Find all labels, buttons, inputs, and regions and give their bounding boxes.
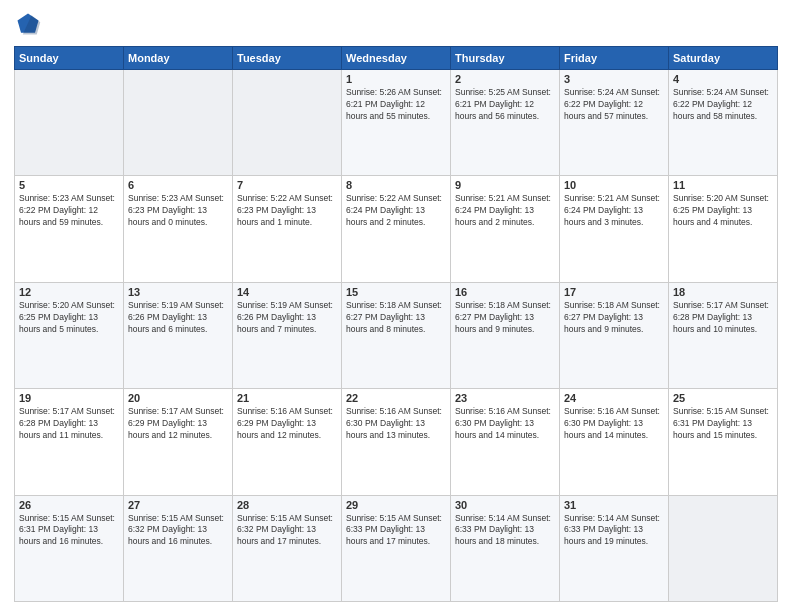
day-info: Sunrise: 5:18 AM Sunset: 6:27 PM Dayligh… (564, 300, 664, 336)
calendar-cell: 13Sunrise: 5:19 AM Sunset: 6:26 PM Dayli… (124, 282, 233, 388)
day-number: 5 (19, 179, 119, 191)
calendar-week-4: 19Sunrise: 5:17 AM Sunset: 6:28 PM Dayli… (15, 389, 778, 495)
day-number: 20 (128, 392, 228, 404)
logo (14, 10, 46, 38)
day-info: Sunrise: 5:23 AM Sunset: 6:23 PM Dayligh… (128, 193, 228, 229)
calendar-cell: 1Sunrise: 5:26 AM Sunset: 6:21 PM Daylig… (342, 70, 451, 176)
day-info: Sunrise: 5:20 AM Sunset: 6:25 PM Dayligh… (673, 193, 773, 229)
header (14, 10, 778, 38)
calendar-cell: 4Sunrise: 5:24 AM Sunset: 6:22 PM Daylig… (669, 70, 778, 176)
calendar-week-3: 12Sunrise: 5:20 AM Sunset: 6:25 PM Dayli… (15, 282, 778, 388)
day-number: 30 (455, 499, 555, 511)
day-number: 18 (673, 286, 773, 298)
day-number: 13 (128, 286, 228, 298)
day-info: Sunrise: 5:22 AM Sunset: 6:23 PM Dayligh… (237, 193, 337, 229)
calendar-cell: 22Sunrise: 5:16 AM Sunset: 6:30 PM Dayli… (342, 389, 451, 495)
day-info: Sunrise: 5:17 AM Sunset: 6:29 PM Dayligh… (128, 406, 228, 442)
calendar-cell: 31Sunrise: 5:14 AM Sunset: 6:33 PM Dayli… (560, 495, 669, 601)
calendar-cell (233, 70, 342, 176)
calendar-week-2: 5Sunrise: 5:23 AM Sunset: 6:22 PM Daylig… (15, 176, 778, 282)
day-info: Sunrise: 5:26 AM Sunset: 6:21 PM Dayligh… (346, 87, 446, 123)
calendar-cell: 3Sunrise: 5:24 AM Sunset: 6:22 PM Daylig… (560, 70, 669, 176)
day-info: Sunrise: 5:21 AM Sunset: 6:24 PM Dayligh… (564, 193, 664, 229)
logo-icon (14, 10, 42, 38)
day-info: Sunrise: 5:19 AM Sunset: 6:26 PM Dayligh… (237, 300, 337, 336)
calendar-cell: 14Sunrise: 5:19 AM Sunset: 6:26 PM Dayli… (233, 282, 342, 388)
calendar-cell: 12Sunrise: 5:20 AM Sunset: 6:25 PM Dayli… (15, 282, 124, 388)
weekday-header-wednesday: Wednesday (342, 47, 451, 70)
calendar-cell: 20Sunrise: 5:17 AM Sunset: 6:29 PM Dayli… (124, 389, 233, 495)
calendar-cell: 15Sunrise: 5:18 AM Sunset: 6:27 PM Dayli… (342, 282, 451, 388)
calendar-cell: 16Sunrise: 5:18 AM Sunset: 6:27 PM Dayli… (451, 282, 560, 388)
weekday-header-friday: Friday (560, 47, 669, 70)
day-number: 4 (673, 73, 773, 85)
day-number: 23 (455, 392, 555, 404)
day-number: 1 (346, 73, 446, 85)
day-number: 9 (455, 179, 555, 191)
calendar-cell (124, 70, 233, 176)
day-info: Sunrise: 5:16 AM Sunset: 6:30 PM Dayligh… (346, 406, 446, 442)
day-number: 12 (19, 286, 119, 298)
day-number: 22 (346, 392, 446, 404)
calendar-cell: 23Sunrise: 5:16 AM Sunset: 6:30 PM Dayli… (451, 389, 560, 495)
day-number: 17 (564, 286, 664, 298)
day-info: Sunrise: 5:17 AM Sunset: 6:28 PM Dayligh… (673, 300, 773, 336)
day-number: 27 (128, 499, 228, 511)
day-number: 8 (346, 179, 446, 191)
calendar-week-5: 26Sunrise: 5:15 AM Sunset: 6:31 PM Dayli… (15, 495, 778, 601)
day-number: 31 (564, 499, 664, 511)
day-info: Sunrise: 5:15 AM Sunset: 6:32 PM Dayligh… (128, 513, 228, 549)
day-info: Sunrise: 5:22 AM Sunset: 6:24 PM Dayligh… (346, 193, 446, 229)
calendar-cell: 2Sunrise: 5:25 AM Sunset: 6:21 PM Daylig… (451, 70, 560, 176)
day-number: 2 (455, 73, 555, 85)
calendar-cell: 30Sunrise: 5:14 AM Sunset: 6:33 PM Dayli… (451, 495, 560, 601)
day-info: Sunrise: 5:18 AM Sunset: 6:27 PM Dayligh… (455, 300, 555, 336)
day-number: 14 (237, 286, 337, 298)
day-number: 28 (237, 499, 337, 511)
calendar-cell: 5Sunrise: 5:23 AM Sunset: 6:22 PM Daylig… (15, 176, 124, 282)
day-info: Sunrise: 5:15 AM Sunset: 6:32 PM Dayligh… (237, 513, 337, 549)
calendar-table: SundayMondayTuesdayWednesdayThursdayFrid… (14, 46, 778, 602)
day-info: Sunrise: 5:17 AM Sunset: 6:28 PM Dayligh… (19, 406, 119, 442)
weekday-header-monday: Monday (124, 47, 233, 70)
day-info: Sunrise: 5:21 AM Sunset: 6:24 PM Dayligh… (455, 193, 555, 229)
calendar-week-1: 1Sunrise: 5:26 AM Sunset: 6:21 PM Daylig… (15, 70, 778, 176)
calendar-cell: 27Sunrise: 5:15 AM Sunset: 6:32 PM Dayli… (124, 495, 233, 601)
weekday-header-row: SundayMondayTuesdayWednesdayThursdayFrid… (15, 47, 778, 70)
day-info: Sunrise: 5:19 AM Sunset: 6:26 PM Dayligh… (128, 300, 228, 336)
day-info: Sunrise: 5:16 AM Sunset: 6:30 PM Dayligh… (564, 406, 664, 442)
day-info: Sunrise: 5:18 AM Sunset: 6:27 PM Dayligh… (346, 300, 446, 336)
day-info: Sunrise: 5:15 AM Sunset: 6:31 PM Dayligh… (673, 406, 773, 442)
day-info: Sunrise: 5:16 AM Sunset: 6:30 PM Dayligh… (455, 406, 555, 442)
day-number: 7 (237, 179, 337, 191)
weekday-header-thursday: Thursday (451, 47, 560, 70)
calendar-cell: 28Sunrise: 5:15 AM Sunset: 6:32 PM Dayli… (233, 495, 342, 601)
calendar-cell: 21Sunrise: 5:16 AM Sunset: 6:29 PM Dayli… (233, 389, 342, 495)
day-info: Sunrise: 5:25 AM Sunset: 6:21 PM Dayligh… (455, 87, 555, 123)
day-number: 16 (455, 286, 555, 298)
day-number: 29 (346, 499, 446, 511)
calendar-cell: 18Sunrise: 5:17 AM Sunset: 6:28 PM Dayli… (669, 282, 778, 388)
calendar-cell: 24Sunrise: 5:16 AM Sunset: 6:30 PM Dayli… (560, 389, 669, 495)
day-number: 15 (346, 286, 446, 298)
calendar-cell: 8Sunrise: 5:22 AM Sunset: 6:24 PM Daylig… (342, 176, 451, 282)
calendar-cell: 11Sunrise: 5:20 AM Sunset: 6:25 PM Dayli… (669, 176, 778, 282)
calendar-cell: 9Sunrise: 5:21 AM Sunset: 6:24 PM Daylig… (451, 176, 560, 282)
day-info: Sunrise: 5:24 AM Sunset: 6:22 PM Dayligh… (673, 87, 773, 123)
day-number: 24 (564, 392, 664, 404)
day-info: Sunrise: 5:24 AM Sunset: 6:22 PM Dayligh… (564, 87, 664, 123)
calendar-cell: 17Sunrise: 5:18 AM Sunset: 6:27 PM Dayli… (560, 282, 669, 388)
calendar-cell (669, 495, 778, 601)
weekday-header-sunday: Sunday (15, 47, 124, 70)
page: SundayMondayTuesdayWednesdayThursdayFrid… (0, 0, 792, 612)
calendar-cell: 25Sunrise: 5:15 AM Sunset: 6:31 PM Dayli… (669, 389, 778, 495)
calendar-cell: 19Sunrise: 5:17 AM Sunset: 6:28 PM Dayli… (15, 389, 124, 495)
calendar-cell (15, 70, 124, 176)
calendar-cell: 7Sunrise: 5:22 AM Sunset: 6:23 PM Daylig… (233, 176, 342, 282)
day-number: 3 (564, 73, 664, 85)
calendar-cell: 26Sunrise: 5:15 AM Sunset: 6:31 PM Dayli… (15, 495, 124, 601)
day-number: 6 (128, 179, 228, 191)
day-info: Sunrise: 5:20 AM Sunset: 6:25 PM Dayligh… (19, 300, 119, 336)
calendar-cell: 6Sunrise: 5:23 AM Sunset: 6:23 PM Daylig… (124, 176, 233, 282)
day-number: 25 (673, 392, 773, 404)
